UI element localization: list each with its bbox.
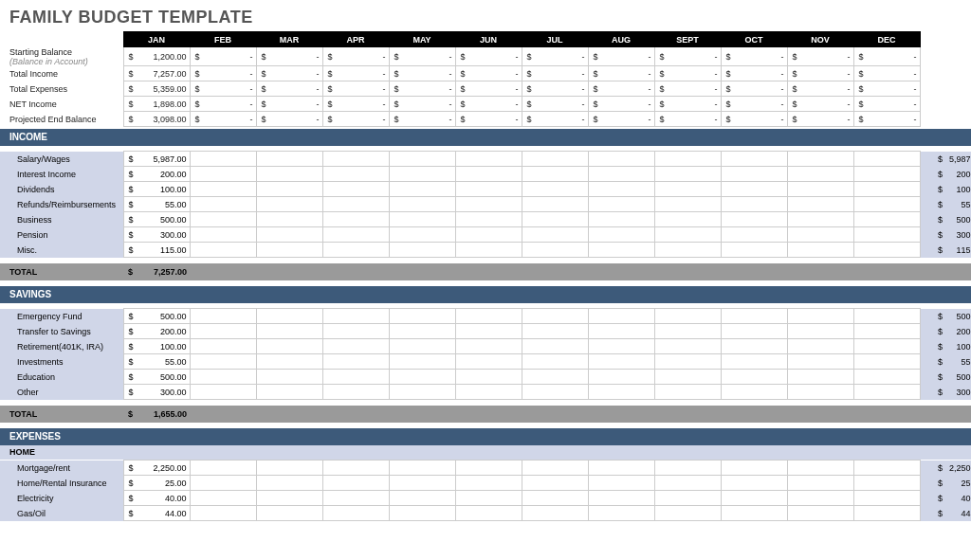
value-cell[interactable]: $- <box>787 112 853 127</box>
value-cell[interactable] <box>853 243 920 258</box>
value-cell[interactable] <box>190 243 256 258</box>
value-cell[interactable]: $55.00 <box>123 197 190 212</box>
value-cell[interactable] <box>256 212 322 227</box>
value-cell[interactable]: $- <box>787 81 853 97</box>
value-cell[interactable] <box>787 197 853 212</box>
value-cell[interactable] <box>853 339 920 354</box>
value-cell[interactable] <box>787 461 853 476</box>
value-cell[interactable]: $- <box>522 81 588 97</box>
value-cell[interactable] <box>389 324 455 339</box>
value-cell[interactable] <box>721 476 787 491</box>
value-cell[interactable] <box>654 309 721 324</box>
value-cell[interactable] <box>721 324 787 339</box>
value-cell[interactable] <box>853 152 920 167</box>
value-cell[interactable]: $- <box>853 112 920 127</box>
value-cell[interactable] <box>256 476 322 491</box>
value-cell[interactable] <box>522 309 588 324</box>
value-cell[interactable] <box>588 309 654 324</box>
value-cell[interactable]: $- <box>721 112 787 127</box>
value-cell[interactable] <box>522 152 588 167</box>
value-cell[interactable]: $- <box>455 112 522 127</box>
value-cell[interactable]: $- <box>389 66 455 81</box>
value-cell[interactable]: $- <box>721 66 787 81</box>
value-cell[interactable]: $- <box>455 81 522 97</box>
value-cell[interactable] <box>455 506 522 521</box>
value-cell[interactable]: $- <box>322 66 389 81</box>
value-cell[interactable] <box>853 212 920 227</box>
value-cell[interactable] <box>721 370 787 385</box>
value-cell[interactable] <box>787 491 853 506</box>
value-cell[interactable] <box>389 243 455 258</box>
value-cell[interactable] <box>455 243 522 258</box>
value-cell[interactable] <box>588 385 654 400</box>
value-cell[interactable] <box>256 339 322 354</box>
value-cell[interactable] <box>588 243 654 258</box>
value-cell[interactable] <box>787 243 853 258</box>
value-cell[interactable]: $- <box>322 81 389 97</box>
value-cell[interactable] <box>455 309 522 324</box>
value-cell[interactable]: $- <box>190 47 256 66</box>
value-cell[interactable] <box>455 227 522 243</box>
value-cell[interactable] <box>256 370 322 385</box>
value-cell[interactable] <box>654 506 721 521</box>
value-cell[interactable]: $- <box>588 66 654 81</box>
value-cell[interactable] <box>588 339 654 354</box>
value-cell[interactable] <box>522 339 588 354</box>
value-cell[interactable] <box>322 491 389 506</box>
value-cell[interactable] <box>588 182 654 197</box>
value-cell[interactable] <box>588 354 654 370</box>
value-cell[interactable] <box>654 491 721 506</box>
value-cell[interactable]: $115.00 <box>123 243 190 258</box>
value-cell[interactable] <box>522 197 588 212</box>
value-cell[interactable] <box>588 506 654 521</box>
value-cell[interactable]: $100.00 <box>123 182 190 197</box>
value-cell[interactable] <box>787 385 853 400</box>
value-cell[interactable] <box>787 476 853 491</box>
value-cell[interactable] <box>522 182 588 197</box>
value-cell[interactable] <box>654 167 721 182</box>
value-cell[interactable]: $- <box>588 81 654 97</box>
value-cell[interactable] <box>721 227 787 243</box>
value-cell[interactable] <box>322 167 389 182</box>
value-cell[interactable] <box>190 491 256 506</box>
value-cell[interactable]: $200.00 <box>123 167 190 182</box>
value-cell[interactable] <box>190 197 256 212</box>
value-cell[interactable] <box>853 354 920 370</box>
value-cell[interactable] <box>853 506 920 521</box>
value-cell[interactable]: $- <box>853 97 920 112</box>
value-cell[interactable] <box>787 227 853 243</box>
value-cell[interactable] <box>787 309 853 324</box>
value-cell[interactable] <box>455 152 522 167</box>
value-cell[interactable]: $200.00 <box>123 324 190 339</box>
value-cell[interactable] <box>721 152 787 167</box>
value-cell[interactable] <box>322 354 389 370</box>
value-cell[interactable] <box>190 385 256 400</box>
value-cell[interactable] <box>522 212 588 227</box>
value-cell[interactable] <box>256 167 322 182</box>
value-cell[interactable] <box>588 324 654 339</box>
value-cell[interactable] <box>256 506 322 521</box>
value-cell[interactable] <box>721 491 787 506</box>
value-cell[interactable] <box>389 506 455 521</box>
value-cell[interactable] <box>256 309 322 324</box>
value-cell[interactable]: $- <box>654 47 721 66</box>
value-cell[interactable] <box>455 167 522 182</box>
value-cell[interactable] <box>256 243 322 258</box>
value-cell[interactable] <box>190 370 256 385</box>
value-cell[interactable]: $500.00 <box>123 309 190 324</box>
value-cell[interactable] <box>322 370 389 385</box>
value-cell[interactable] <box>787 167 853 182</box>
value-cell[interactable] <box>654 324 721 339</box>
value-cell[interactable] <box>853 197 920 212</box>
value-cell[interactable] <box>522 461 588 476</box>
value-cell[interactable]: $500.00 <box>123 212 190 227</box>
value-cell[interactable]: $1,898.00 <box>123 97 190 112</box>
value-cell[interactable]: $- <box>256 66 322 81</box>
value-cell[interactable]: $- <box>389 47 455 66</box>
value-cell[interactable] <box>787 354 853 370</box>
value-cell[interactable] <box>721 167 787 182</box>
value-cell[interactable] <box>389 152 455 167</box>
value-cell[interactable]: $- <box>853 81 920 97</box>
value-cell[interactable]: $- <box>522 97 588 112</box>
value-cell[interactable]: $- <box>853 66 920 81</box>
